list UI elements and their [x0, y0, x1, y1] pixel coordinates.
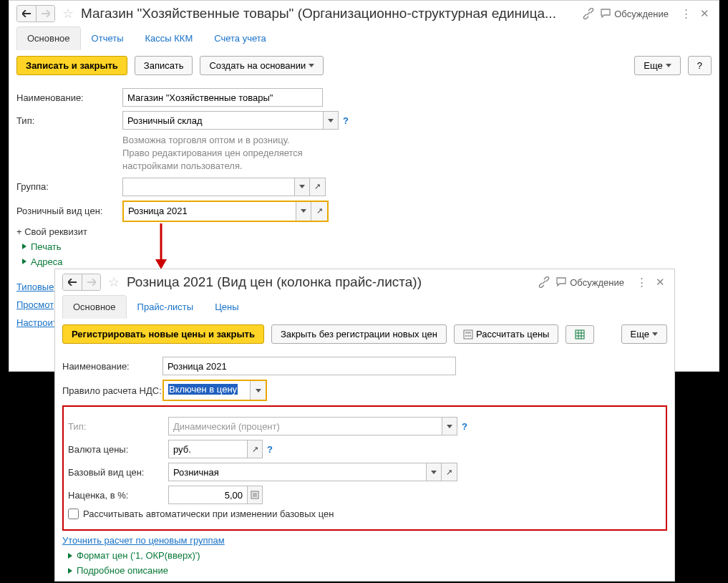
group-input[interactable] — [122, 178, 294, 196]
help-button[interactable]: ? — [688, 56, 712, 75]
type-dropdown-icon[interactable] — [323, 111, 339, 130]
tabs: Основное Прайс-листы Цены — [55, 295, 674, 319]
type-input[interactable] — [168, 417, 442, 435]
tabs: Основное Отчеты Кассы ККМ Счета учета — [9, 26, 719, 50]
currency-label: Валюта цены: — [68, 444, 168, 455]
more-label: Еще — [631, 329, 649, 339]
group-open-icon[interactable]: ↗ — [310, 178, 326, 196]
toolbar: Записать и закрыть Записать Создать на о… — [9, 50, 719, 81]
own-attribute-link[interactable]: + Свой реквизит — [16, 226, 87, 237]
window-title: Магазин "Хозяйственные товары" (Организа… — [81, 6, 577, 21]
close-noreg-button[interactable]: Закрыть без регистрации новых цен — [271, 324, 447, 344]
vat-input[interactable]: Включен в цену — [164, 381, 250, 400]
auto-calc-checkbox[interactable] — [68, 509, 79, 519]
group-dropdown-icon[interactable] — [294, 178, 310, 196]
discuss-button[interactable]: Обсуждение — [555, 276, 624, 288]
markup-calc-icon[interactable] — [247, 486, 263, 504]
vat-dropdown-icon[interactable] — [250, 381, 266, 400]
base-dropdown-icon[interactable] — [426, 463, 442, 481]
tree-print[interactable]: Печать — [22, 241, 712, 252]
more-button[interactable]: Еще — [634, 56, 680, 75]
more-icon[interactable]: ⋮ — [679, 6, 693, 21]
titlebar: ☆ Розница 2021 (Вид цен (колонка прайс-л… — [55, 269, 674, 295]
type-label: Тип: — [68, 421, 168, 432]
forward-button[interactable] — [36, 6, 54, 21]
discuss-label: Обсуждение — [570, 277, 624, 288]
tab-prices[interactable]: Цены — [204, 295, 249, 319]
price-window: ☆ Розница 2021 (Вид цен (колонка прайс-л… — [54, 269, 675, 582]
svg-rect-7 — [576, 330, 584, 339]
more-icon[interactable]: ⋮ — [634, 275, 649, 289]
calculator-icon — [463, 329, 473, 339]
favorite-icon[interactable]: ☆ — [62, 6, 74, 21]
type-hint: Возможна торговля оптом и в розницу. Пра… — [122, 134, 712, 173]
markup-input[interactable] — [168, 486, 247, 504]
back-button[interactable] — [17, 6, 36, 21]
chevron-right-icon — [68, 553, 72, 559]
svg-rect-3 — [465, 332, 471, 334]
toolbar: Регистрировать новые цены и закрыть Закр… — [55, 319, 674, 350]
save-close-button[interactable]: Записать и закрыть — [16, 56, 127, 75]
group-label: Группа: — [16, 181, 122, 192]
currency-input[interactable] — [168, 440, 247, 458]
titlebar: ☆ Магазин "Хозяйственные товары" (Органи… — [9, 1, 719, 26]
name-input[interactable] — [162, 357, 456, 375]
tab-pricelists[interactable]: Прайс-листы — [127, 295, 205, 319]
close-icon[interactable]: ✕ — [653, 275, 667, 289]
link-icon[interactable] — [537, 275, 551, 289]
discuss-label: Обсуждение — [614, 9, 669, 19]
chevron-down-icon — [309, 64, 314, 67]
discuss-button[interactable]: Обсуждение — [600, 8, 669, 19]
currency-help-icon[interactable]: ? — [267, 444, 273, 455]
refine-link[interactable]: Уточнить расчет по ценовым группам — [62, 535, 225, 546]
base-label: Базовый вид цен: — [68, 467, 168, 478]
calc-label: Рассчитать цены — [476, 329, 550, 339]
retail-price-label: Розничный вид цен: — [16, 206, 122, 216]
type-help-icon[interactable]: ? — [462, 421, 467, 432]
favorite-icon[interactable]: ☆ — [108, 274, 120, 290]
base-input[interactable] — [168, 463, 426, 481]
tab-accounts[interactable]: Счета учета — [203, 26, 277, 50]
back-button[interactable] — [63, 274, 82, 290]
register-close-button[interactable]: Регистрировать новые цены и закрыть — [62, 324, 264, 344]
calc-prices-button[interactable]: Рассчитать цены — [454, 324, 559, 344]
tab-reports[interactable]: Отчеты — [81, 26, 135, 50]
tab-main[interactable]: Основное — [16, 26, 81, 50]
chevron-right-icon — [22, 259, 26, 264]
chevron-right-icon — [68, 568, 72, 574]
save-button[interactable]: Записать — [135, 56, 193, 75]
sheet-button[interactable] — [566, 325, 594, 344]
highlighted-section: Тип: ? Валюта цены: ↗ ? Базовый вид цен: — [62, 405, 667, 531]
window-title: Розница 2021 (Вид цен (колонка прайс-лис… — [127, 274, 533, 290]
type-help-icon[interactable]: ? — [343, 115, 349, 126]
tab-kkm[interactable]: Кассы ККМ — [135, 26, 204, 50]
name-label: Наименование: — [62, 361, 162, 372]
type-input[interactable] — [122, 111, 323, 130]
svg-rect-2 — [464, 330, 472, 339]
retail-price-input[interactable] — [124, 202, 296, 221]
link-icon[interactable] — [581, 6, 596, 21]
type-dropdown-icon[interactable] — [442, 417, 457, 435]
tree-format[interactable]: Формат цен ('1, ОКР(вверх)') — [68, 550, 667, 561]
markup-label: Наценка, в %: — [68, 490, 168, 501]
tab-main[interactable]: Основное — [62, 295, 127, 319]
more-button[interactable]: Еще — [621, 324, 667, 344]
chevron-down-icon — [666, 64, 671, 67]
chevron-down-icon — [652, 332, 658, 336]
create-based-button[interactable]: Создать на основании — [200, 56, 324, 75]
chevron-right-icon — [22, 244, 26, 249]
currency-open-icon[interactable]: ↗ — [247, 440, 263, 458]
typical-link[interactable]: Типовые — [16, 281, 54, 292]
tree-details[interactable]: Подробное описание — [68, 565, 667, 576]
close-icon[interactable]: ✕ — [697, 6, 712, 21]
forward-button[interactable] — [82, 274, 100, 290]
retail-price-dropdown-icon[interactable] — [296, 202, 311, 221]
base-open-icon[interactable]: ↗ — [442, 463, 457, 481]
tree-addresses[interactable]: Адреса — [22, 256, 712, 267]
view-link[interactable]: Просмотр — [16, 299, 59, 310]
name-label: Наименование: — [16, 92, 122, 103]
auto-calc-label: Рассчитывать автоматически при изменении… — [83, 509, 334, 519]
nav-buttons — [62, 274, 101, 291]
retail-price-open-icon[interactable]: ↗ — [311, 202, 327, 221]
name-input[interactable] — [122, 88, 323, 107]
